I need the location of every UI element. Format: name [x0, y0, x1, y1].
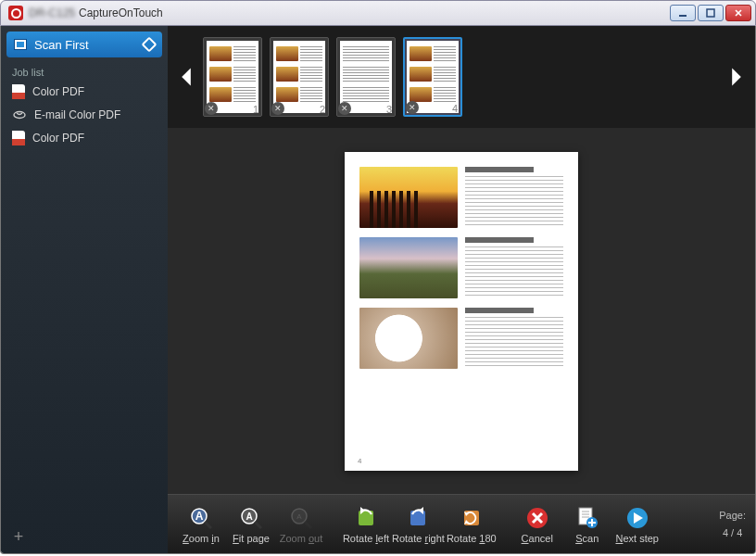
preview-pane: 4	[168, 128, 755, 494]
svg-line-9	[205, 522, 211, 528]
app-icon	[8, 6, 23, 20]
sidebar: Scan First Job list Color PDF E-mail Col…	[1, 26, 168, 553]
delete-page-icon[interactable]: ✕	[271, 102, 284, 115]
rotate-left-button[interactable]: Rotate left	[342, 499, 390, 550]
zoom-out-icon: A	[288, 505, 314, 531]
thumb-next-button[interactable]	[725, 49, 748, 105]
rotate-right-button[interactable]: Rotate right	[392, 499, 445, 550]
rotate-180-button[interactable]: Rotate 180	[447, 499, 497, 550]
job-item-color-pdf-2[interactable]: Color PDF	[1, 126, 168, 150]
page-label: Page:	[719, 509, 746, 522]
rotate-left-icon	[353, 505, 379, 531]
cancel-button[interactable]: Cancel	[513, 499, 561, 550]
pdf-icon	[12, 131, 25, 145]
fit-page-icon: A	[238, 505, 264, 531]
svg-text:A: A	[195, 510, 204, 523]
rotate-right-icon	[405, 505, 431, 531]
job-item-label: Color PDF	[32, 85, 84, 98]
svg-text:A: A	[246, 511, 252, 521]
job-item-color-pdf[interactable]: Color PDF	[1, 80, 168, 104]
thumbnail-3[interactable]: ✕ 3	[336, 37, 396, 117]
svg-rect-0	[679, 15, 687, 17]
svg-line-15	[305, 522, 311, 528]
job-item-email-color-pdf[interactable]: E-mail Color PDF	[1, 104, 168, 126]
thumb-number: 2	[320, 104, 325, 115]
zoom-in-icon: A	[188, 505, 214, 531]
svg-marker-5	[182, 68, 191, 85]
maximize-button[interactable]	[698, 5, 724, 21]
add-job-button[interactable]: +	[10, 529, 27, 546]
thumb-number: 3	[386, 104, 392, 115]
thumb-prev-button[interactable]	[175, 49, 197, 105]
thumbnail-4[interactable]: ✕ 4	[403, 37, 462, 117]
delete-page-icon[interactable]: ✕	[205, 102, 218, 115]
thumb-number: 1	[253, 104, 258, 115]
toolbar: A Zoom in A Fit page A Zoom out Rotate l…	[168, 494, 755, 553]
next-step-button[interactable]: Next step	[613, 499, 662, 550]
thumbnail-strip: ✕ 1 ✕ 2 ✕ 3 ✕ 4	[168, 26, 755, 128]
close-button[interactable]	[725, 5, 751, 21]
zoom-in-button[interactable]: A Zoom in	[177, 499, 225, 550]
mail-attach-icon	[12, 108, 27, 121]
thumbnail-1[interactable]: ✕ 1	[203, 37, 262, 117]
job-item-label: E-mail Color PDF	[34, 108, 120, 121]
view-area: ✕ 1 ✕ 2 ✕ 3 ✕ 4	[168, 26, 755, 553]
scan-button[interactable]: Scan	[563, 499, 611, 550]
page-value: 4 / 4	[723, 526, 742, 539]
svg-line-12	[255, 522, 261, 528]
scan-icon	[14, 39, 27, 50]
scan-first-label: Scan First	[34, 38, 89, 52]
scan-first-button[interactable]: Scan First	[6, 32, 162, 57]
thumbnail-2[interactable]: ✕ 2	[270, 37, 329, 117]
page-indicator	[460, 121, 464, 126]
rotate-180-icon	[459, 505, 485, 531]
minimize-button[interactable]	[670, 5, 696, 21]
delete-page-icon[interactable]: ✕	[338, 102, 351, 115]
delete-page-icon[interactable]: ✕	[406, 101, 419, 114]
thumb-number: 4	[452, 103, 458, 114]
window-title: CaptureOnTouch	[79, 6, 163, 19]
scan-add-icon	[574, 505, 600, 531]
svg-rect-1	[707, 9, 714, 17]
diamond-icon	[142, 37, 158, 53]
joblist-header: Job list	[1, 63, 168, 80]
pdf-icon	[12, 84, 25, 99]
page-footer-number: 4	[358, 457, 361, 465]
title-prefix: DR-C125	[29, 6, 75, 19]
next-step-icon	[624, 505, 650, 531]
zoom-out-button[interactable]: A Zoom out	[277, 499, 325, 550]
cancel-icon	[524, 505, 550, 531]
titlebar: DR-C125 CaptureOnTouch	[0, 0, 756, 26]
svg-text:A: A	[296, 512, 302, 521]
preview-page[interactable]: 4	[345, 152, 578, 471]
job-item-label: Color PDF	[32, 132, 84, 145]
svg-marker-6	[732, 68, 741, 85]
fit-page-button[interactable]: A Fit page	[227, 499, 275, 550]
page-counter: Page: 4 / 4	[719, 509, 746, 539]
